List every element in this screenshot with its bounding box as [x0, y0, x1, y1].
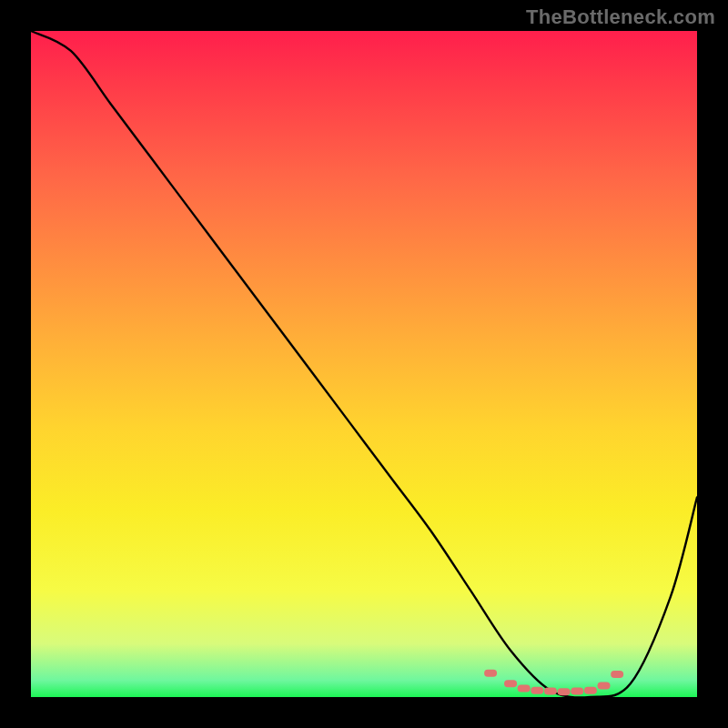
- marker-dot: [518, 684, 531, 692]
- marker-dot: [531, 687, 543, 694]
- marker-dot: [484, 670, 497, 677]
- low-bottleneck-markers: [484, 670, 623, 695]
- watermark-text: TheBottleneck.com: [526, 5, 715, 29]
- marker-dot: [544, 687, 557, 694]
- marker-dot: [504, 680, 517, 687]
- marker-dot: [598, 682, 611, 690]
- marker-dot: [611, 671, 623, 678]
- bottleneck-curve: [31, 31, 697, 698]
- marker-dot: [584, 687, 597, 694]
- marker-dot: [571, 687, 583, 694]
- chart-svg: [31, 31, 697, 697]
- marker-dot: [558, 688, 571, 695]
- chart-plot-area: [31, 31, 697, 697]
